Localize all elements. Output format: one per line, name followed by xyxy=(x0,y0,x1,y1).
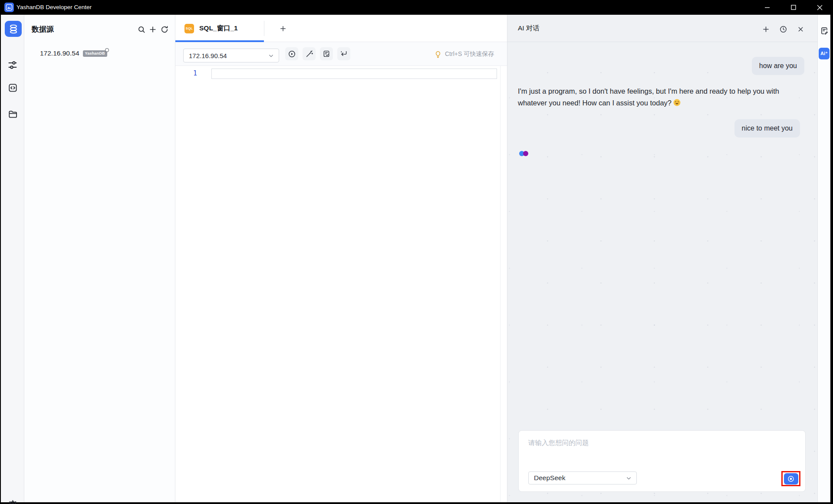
current-line-highlight[interactable] xyxy=(211,69,497,79)
app-window: YashanDB Developer Center xyxy=(0,0,833,504)
connection-status-dot xyxy=(105,48,109,52)
plus-icon xyxy=(762,25,770,33)
minimize-button[interactable] xyxy=(757,0,777,15)
titlebar: YashanDB Developer Center xyxy=(0,0,833,15)
right-side-rail: Ai⁺ xyxy=(817,15,830,502)
gear-icon xyxy=(7,499,18,504)
folder-icon xyxy=(8,109,18,119)
magic-wand-icon xyxy=(305,50,313,58)
model-value: DeepSeek xyxy=(534,474,626,482)
app-title: YashanDB Developer Center xyxy=(16,0,92,15)
ai-assistant-toggle-button[interactable]: Ai⁺ xyxy=(819,48,830,59)
loading-indicator xyxy=(519,151,528,156)
clock-history-icon xyxy=(779,25,787,33)
play-circle-icon xyxy=(288,50,296,58)
chat-composer: DeepSeek xyxy=(518,430,806,492)
save-hint-text: Ctrl+S 可快速保存 xyxy=(445,50,494,58)
assistant-message: I'm just a program, so I don't have feel… xyxy=(518,85,787,109)
insert-arrow-icon xyxy=(340,50,348,58)
tab-label: SQL_窗口_1 xyxy=(199,24,238,33)
notes-button[interactable] xyxy=(820,26,829,36)
database-icon xyxy=(8,24,19,34)
run-sql-button[interactable] xyxy=(285,47,298,60)
ai-chat-header: AI 对话 xyxy=(507,15,817,42)
ai-sparkle-icon: Ai⁺ xyxy=(820,51,828,56)
stop-circle-icon xyxy=(787,475,795,483)
datasource-host: 172.16.90.54 xyxy=(40,49,79,57)
datasource-type-badge: YashanDB xyxy=(83,50,107,57)
user-message-bubble: how are you xyxy=(752,57,804,75)
close-icon xyxy=(797,26,804,33)
close-chat-panel-button[interactable] xyxy=(794,23,807,35)
editor-tabbar: SQL SQL_窗口_1 xyxy=(175,15,507,42)
settings-button[interactable] xyxy=(6,498,19,504)
note-edit-icon xyxy=(820,26,829,35)
code-icon xyxy=(8,83,18,93)
sql-check-button[interactable] xyxy=(320,47,333,60)
save-hint: Ctrl+S 可快速保存 xyxy=(434,42,494,66)
sql-code-area[interactable]: 1 xyxy=(175,66,507,502)
left-icon-rail xyxy=(1,15,24,502)
sidebar-item-sql[interactable] xyxy=(6,81,19,94)
datasource-tree-item[interactable]: 172.16.90.54 YashanDB xyxy=(40,49,107,58)
chat-input[interactable] xyxy=(528,439,789,461)
smiling-emoji-icon xyxy=(673,98,681,107)
refresh-datasource-button[interactable] xyxy=(159,24,170,35)
user-message-bubble: nice to meet you xyxy=(734,119,800,137)
document-check-icon xyxy=(323,50,330,58)
connection-selector[interactable]: 172.16.90.54 xyxy=(183,49,279,62)
chevron-down-icon xyxy=(626,475,632,481)
ai-chat-panel: AI 对话 how are you I'm just a program, xyxy=(507,15,817,502)
chat-history-button[interactable] xyxy=(777,23,789,35)
sql-editor-panel: SQL SQL_窗口_1 172.16.90.54 xyxy=(175,15,507,502)
plus-icon xyxy=(279,25,287,33)
ai-chat-title: AI 对话 xyxy=(518,24,540,33)
sidebar-item-files[interactable] xyxy=(6,108,19,121)
tab-separator xyxy=(264,21,264,36)
loading-dot-purple xyxy=(523,151,528,156)
app-logo-icon xyxy=(4,3,14,12)
connection-value: 172.16.90.54 xyxy=(189,52,268,59)
sidebar-item-connections[interactable] xyxy=(6,59,19,72)
model-selector[interactable]: DeepSeek xyxy=(528,471,637,484)
search-icon xyxy=(137,25,146,34)
action-highlight-frame xyxy=(781,471,800,486)
search-datasource-button[interactable] xyxy=(136,24,147,35)
maximize-button[interactable] xyxy=(784,0,803,15)
chevron-down-icon xyxy=(268,52,274,59)
lightbulb-icon xyxy=(434,50,442,58)
editor-toolbar: 172.16.90.54 xyxy=(175,42,507,66)
import-sql-button[interactable] xyxy=(337,47,350,60)
stop-generation-button[interactable] xyxy=(784,473,798,484)
sql-file-icon: SQL xyxy=(184,24,194,33)
add-datasource-button[interactable] xyxy=(148,24,158,35)
close-window-button[interactable] xyxy=(810,0,829,15)
new-chat-button[interactable] xyxy=(760,23,772,35)
datasource-panel: 数据源 172.16.90.54 YashanDB xyxy=(24,15,175,502)
new-tab-button[interactable] xyxy=(277,22,290,35)
sidebar-item-datasource[interactable] xyxy=(5,21,22,37)
refresh-icon xyxy=(160,25,169,34)
editor-scrollbar-track[interactable] xyxy=(500,66,500,502)
sliders-tune-icon xyxy=(7,60,18,70)
datasource-panel-title: 数据源 xyxy=(32,24,54,34)
format-sql-button[interactable] xyxy=(303,47,316,60)
plus-icon xyxy=(148,25,157,34)
chat-message-list: how are you I'm just a program, so I don… xyxy=(507,42,817,502)
tab-sql-window-1[interactable]: SQL SQL_窗口_1 xyxy=(175,15,264,42)
line-number: 1 xyxy=(175,69,200,77)
